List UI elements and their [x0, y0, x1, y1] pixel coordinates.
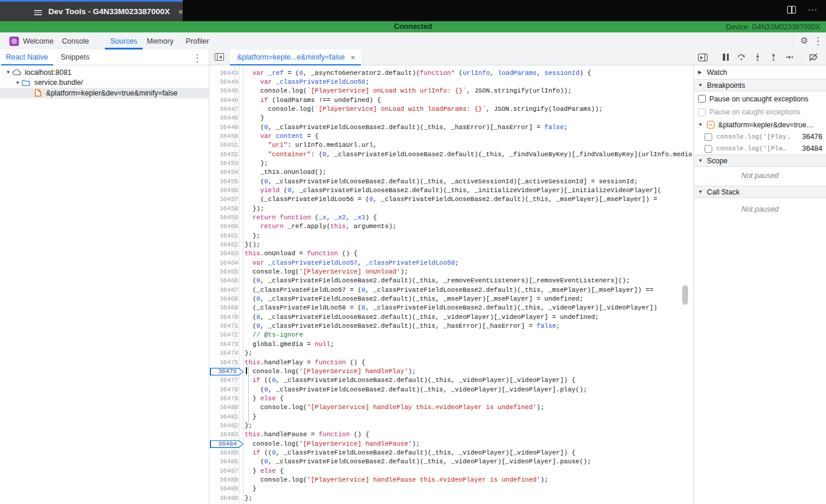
- breakpoint-file-group[interactable]: ▼ ‹› &platform=kepler&dev=true…: [694, 118, 826, 131]
- code-line[interactable]: 36489 }: [210, 485, 692, 493]
- line-number[interactable]: 36445: [210, 87, 238, 95]
- line-number[interactable]: 36487: [210, 467, 238, 476]
- code-line[interactable]: 36451 "uri": urlInfo.mediaUrl.url,: [210, 141, 692, 150]
- tab-react-native[interactable]: React Native: [6, 50, 48, 65]
- code-line[interactable]: 36485 if ((0, _classPrivateFieldLooseBas…: [210, 449, 692, 457]
- breakpoint-badge[interactable]: 36484: [210, 440, 243, 449]
- line-number[interactable]: 36490: [210, 494, 238, 503]
- code-line[interactable]: 36448 }: [210, 114, 692, 123]
- code-line[interactable]: 36462}();: [210, 241, 692, 249]
- code-line[interactable]: 36449 (0, _classPrivateFieldLooseBase2.d…: [210, 123, 692, 132]
- code-line[interactable]: 36456 yield (0, _classPrivateFieldLooseB…: [210, 186, 692, 195]
- code-line[interactable]: 36473 global.gmedia = null;: [210, 340, 692, 349]
- code-line[interactable]: 36490};: [210, 494, 692, 503]
- line-number[interactable]: 36471: [210, 322, 238, 331]
- tree-item-file[interactable]: &platform=kepler&dev=true&minify=false: [0, 88, 209, 98]
- line-number[interactable]: 36477: [210, 376, 238, 385]
- tree-item-host[interactable]: ▼ localhost:8081: [0, 67, 209, 78]
- code-line[interactable]: 36476 console.log('[PlayerService] handl…: [210, 367, 692, 376]
- tab-welcome[interactable]: Welcome: [9, 32, 54, 50]
- line-number[interactable]: 36454: [210, 168, 238, 177]
- code-line[interactable]: 36461 };: [210, 232, 692, 241]
- code-line[interactable]: 36447 console.log(`[PlayerService] onLoa…: [210, 105, 692, 114]
- breakpoints-section-header[interactable]: ▼ Breakpoints: [694, 79, 826, 91]
- deactivate-breakpoints-icon[interactable]: [808, 52, 819, 62]
- tab-profiler[interactable]: Profiler: [186, 32, 209, 50]
- line-number[interactable]: 36489: [210, 485, 238, 493]
- line-number[interactable]: 36459: [210, 213, 238, 222]
- line-number[interactable]: 36460: [210, 222, 238, 231]
- line-number[interactable]: 36461: [210, 232, 238, 241]
- pause-uncaught-row[interactable]: Pause on uncaught exceptions: [694, 92, 826, 106]
- line-number[interactable]: 36488: [210, 476, 238, 485]
- chevron-down-icon[interactable]: ▼: [698, 83, 703, 88]
- chevron-down-icon[interactable]: ▼: [698, 122, 703, 127]
- code-line[interactable]: 36445 console.log(`[PlayerService] onLoa…: [210, 87, 692, 95]
- breakpoint-entry[interactable]: console.log('[Pla…36484: [694, 143, 826, 154]
- code-line[interactable]: 36458 });: [210, 205, 692, 213]
- line-number[interactable]: 36453: [210, 159, 238, 168]
- line-number[interactable]: 36478: [210, 386, 238, 394]
- line-number[interactable]: 36444: [210, 78, 238, 87]
- window-tab-close-icon[interactable]: ×: [178, 6, 183, 17]
- line-number[interactable]: 36465: [210, 268, 238, 276]
- code-line[interactable]: 36457 (_classPrivateFieldLoo56 = (0, _cl…: [210, 195, 692, 204]
- code-line[interactable]: 36467 (_classPrivateFieldLoo57 = (0, _cl…: [210, 286, 692, 295]
- navigator-kebab-menu-icon[interactable]: ···: [195, 53, 200, 64]
- call-stack-section-header[interactable]: ▼ Call Stack: [694, 186, 826, 198]
- chevron-down-icon[interactable]: ▼: [698, 158, 703, 163]
- line-number[interactable]: 36443: [210, 69, 238, 78]
- code-line[interactable]: 36480 console.log('[PlayerService] handl…: [210, 403, 692, 412]
- code-line[interactable]: 36444 var _classPrivateFieldLoo56;: [210, 78, 692, 87]
- step-icon[interactable]: [784, 52, 795, 62]
- step-out-icon[interactable]: [768, 52, 779, 62]
- line-number[interactable]: 36470: [210, 313, 238, 322]
- line-number[interactable]: 36464: [210, 259, 238, 268]
- code-line[interactable]: 36479 } else {: [210, 394, 692, 403]
- line-number[interactable]: 36486: [210, 457, 238, 466]
- tree-item-folder[interactable]: ▼ service.bundle/: [0, 78, 209, 88]
- split-view-icon[interactable]: [787, 6, 796, 14]
- code-line[interactable]: 36453 };: [210, 159, 692, 168]
- hide-navigator-icon[interactable]: [215, 53, 224, 61]
- code-line[interactable]: 36482};: [210, 421, 692, 430]
- main-kebab-menu-icon[interactable]: ···: [815, 36, 821, 47]
- step-into-icon[interactable]: [752, 52, 763, 62]
- line-number[interactable]: 36481: [210, 413, 238, 421]
- line-number[interactable]: 36480: [210, 403, 238, 412]
- line-number[interactable]: 36468: [210, 295, 238, 304]
- code-line[interactable]: 36455 (0, _classPrivateFieldLooseBase2.d…: [210, 177, 692, 186]
- scope-section-header[interactable]: ▼ Scope: [694, 154, 826, 167]
- line-number[interactable]: 36457: [210, 195, 238, 204]
- breakpoint-checkbox[interactable]: [705, 145, 712, 153]
- code-line[interactable]: 36470 (0, _classPrivateFieldLooseBase2.d…: [210, 313, 692, 322]
- code-line[interactable]: 36452 "container": (0, _classPrivateFiel…: [210, 150, 692, 159]
- code-line[interactable]: 36472 // @ts-ignore: [210, 331, 692, 340]
- line-number[interactable]: 36456: [210, 186, 238, 195]
- editor-tab-close-icon[interactable]: ×: [351, 53, 356, 62]
- code-line[interactable]: 36454 _this.onUnload();: [210, 168, 692, 177]
- tab-console[interactable]: Console: [62, 32, 89, 50]
- line-number[interactable]: 36463: [210, 249, 238, 258]
- line-number[interactable]: 36482: [210, 421, 238, 430]
- line-number[interactable]: 36475: [210, 358, 238, 367]
- line-number[interactable]: 36452: [210, 150, 238, 159]
- chevron-down-icon[interactable]: ▼: [5, 70, 12, 75]
- chevron-down-icon[interactable]: ▼: [14, 80, 21, 85]
- line-number[interactable]: 36458: [210, 205, 238, 213]
- code-line[interactable]: 36475this.handlePlay = function () {: [210, 358, 692, 367]
- line-number[interactable]: 36467: [210, 286, 238, 295]
- code-line[interactable]: 36459 return function (_x, _x2, _x3) {: [210, 213, 692, 222]
- code-line[interactable]: 36474};: [210, 349, 692, 358]
- code-line[interactable]: 36486 (0, _classPrivateFieldLooseBase2.d…: [210, 457, 692, 466]
- breakpoint-badge[interactable]: 36476: [210, 368, 243, 376]
- line-number[interactable]: 36485: [210, 449, 238, 457]
- watch-section-header[interactable]: ▶ Watch: [694, 65, 826, 79]
- code-line[interactable]: 36468 (0, _classPrivateFieldLooseBase2.d…: [210, 295, 692, 304]
- tab-snippets[interactable]: Snippets: [61, 50, 90, 65]
- line-number[interactable]: 36455: [210, 177, 238, 186]
- editor-scrollbar-thumb[interactable]: [682, 285, 688, 305]
- line-number[interactable]: 36474: [210, 349, 238, 358]
- line-number[interactable]: 36446: [210, 96, 238, 105]
- line-number[interactable]: 36479: [210, 394, 238, 403]
